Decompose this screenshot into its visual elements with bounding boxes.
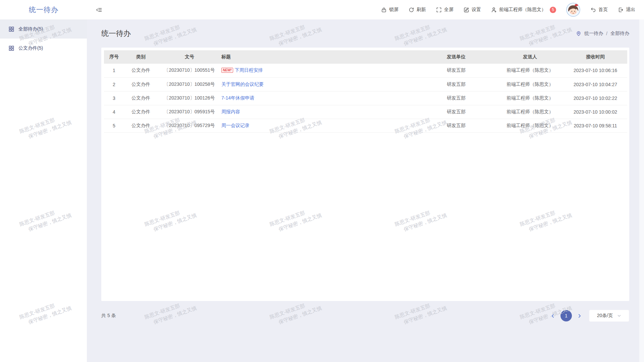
user-icon bbox=[491, 7, 497, 13]
cell-doc-no: 〔20230710〕100551号 bbox=[158, 64, 221, 77]
cell-time: 2023-07-10 10:00:02 bbox=[564, 105, 627, 119]
cell-doc-no: 〔20230710〕095915号 bbox=[158, 105, 221, 119]
col-unit: 发送单位 bbox=[416, 50, 496, 64]
lock-icon bbox=[381, 7, 387, 13]
cell-sender: 前端工程师（陈思文） bbox=[496, 77, 564, 91]
table-row: 5公文办件〔20230710〕095729号周一会议记录研发五部前端工程师（陈思… bbox=[104, 119, 627, 132]
breadcrumb-separator: / bbox=[606, 31, 607, 36]
page-number-active[interactable]: 1 bbox=[560, 310, 572, 321]
refresh-icon bbox=[409, 7, 414, 13]
grid-icon bbox=[9, 46, 14, 51]
sidebar-item-official-docs[interactable]: 公文办件(5) bbox=[0, 39, 87, 58]
table-row: 1公文办件〔20230710〕100551号NEW!下周日程安排研发五部前端工程… bbox=[104, 64, 627, 77]
sidebar-item-label: 公文办件(5) bbox=[18, 45, 43, 51]
refresh-label: 刷新 bbox=[417, 7, 426, 13]
page-size-select[interactable]: 20条/页 bbox=[589, 310, 629, 322]
cell-title: 7-14年休假申请 bbox=[221, 91, 416, 105]
col-doc-no: 文号 bbox=[158, 50, 221, 64]
chevron-left-icon bbox=[551, 314, 555, 318]
doc-title-link[interactable]: 周报内容 bbox=[221, 109, 240, 114]
cell-title: 周报内容 bbox=[221, 105, 416, 119]
table-row: 4公文办件〔20230710〕095915号周报内容研发五部前端工程师（陈思文）… bbox=[104, 105, 627, 119]
col-category: 类别 bbox=[124, 50, 158, 64]
table-row: 3公文办件〔20230710〕100126号7-14年休假申请研发五部前端工程师… bbox=[104, 91, 627, 105]
breadcrumb-root[interactable]: 统一待办 bbox=[584, 31, 603, 37]
logout-label: 退出 bbox=[626, 7, 635, 13]
user-menu[interactable]: 前端工程师（陈思文） 5 bbox=[491, 7, 556, 13]
fullscreen-label: 全屏 bbox=[444, 7, 453, 13]
cell-index: 3 bbox=[104, 91, 124, 105]
cell-time: 2023-07-10 09:58:11 bbox=[564, 119, 627, 132]
cell-sender: 前端工程师（陈思文） bbox=[496, 64, 564, 77]
page-title: 统一待办 bbox=[101, 28, 131, 39]
settings-button[interactable]: 设置 bbox=[464, 7, 481, 13]
cell-index: 5 bbox=[104, 119, 124, 132]
user-name-label: 前端工程师（陈思文） bbox=[499, 7, 546, 13]
doc-title-link[interactable]: 下周日程安排 bbox=[235, 67, 263, 73]
cell-time: 2023-07-10 10:02:22 bbox=[564, 91, 627, 105]
pagination: 1 20条/页 bbox=[551, 310, 629, 322]
fullscreen-icon bbox=[436, 7, 442, 13]
header-actions: 锁屏 刷新 全屏 设置 前端工程师（陈思文） bbox=[381, 3, 644, 17]
fullscreen-button[interactable]: 全屏 bbox=[436, 7, 453, 13]
back-home-icon bbox=[590, 7, 596, 13]
cell-index: 2 bbox=[104, 77, 124, 91]
scrollbar[interactable] bbox=[639, 19, 644, 362]
todo-count-badge: 5 bbox=[550, 7, 556, 13]
cell-category: 公文办件 bbox=[124, 119, 158, 132]
home-button[interactable]: 首页 bbox=[590, 7, 608, 13]
avatar-image bbox=[566, 3, 580, 17]
sidebar: 全部待办(5) 公文办件(5) bbox=[0, 19, 87, 362]
prev-page-button[interactable] bbox=[551, 314, 555, 318]
sidebar-item-all-todo[interactable]: 全部待办(5) bbox=[0, 19, 87, 39]
cell-category: 公文办件 bbox=[124, 105, 158, 119]
cell-unit: 研发五部 bbox=[416, 77, 496, 91]
cell-doc-no: 〔20230710〕095729号 bbox=[158, 119, 221, 132]
cell-category: 公文办件 bbox=[124, 91, 158, 105]
table-footer: 共 5 条 1 20条/页 bbox=[101, 310, 629, 322]
cell-unit: 研发五部 bbox=[416, 64, 496, 77]
home-label: 首页 bbox=[598, 7, 608, 13]
table-card: 序号 类别 文号 标题 发送单位 发送人 接收时间 1公文办件〔20230710… bbox=[101, 48, 629, 301]
lock-screen-button[interactable]: 锁屏 bbox=[381, 7, 398, 13]
cell-time: 2023-07-10 10:04:27 bbox=[564, 77, 627, 91]
breadcrumb: 统一待办 / 全部待办 bbox=[576, 31, 629, 37]
cell-unit: 研发五部 bbox=[416, 105, 496, 119]
table-body: 1公文办件〔20230710〕100551号NEW!下周日程安排研发五部前端工程… bbox=[104, 64, 627, 132]
refresh-button[interactable]: 刷新 bbox=[409, 7, 426, 13]
app-header: 统一待办 锁屏 刷新 全屏 bbox=[0, 0, 644, 19]
next-page-button[interactable] bbox=[577, 314, 582, 318]
doc-title-link[interactable]: 关于官网的会议纪要 bbox=[221, 81, 264, 87]
cell-index: 1 bbox=[104, 64, 124, 77]
cell-doc-no: 〔20230710〕100258号 bbox=[158, 77, 221, 91]
lock-screen-label: 锁屏 bbox=[389, 7, 398, 13]
doc-title-link[interactable]: 周一会议记录 bbox=[221, 123, 250, 128]
chevron-right-icon bbox=[577, 314, 582, 318]
location-pin-icon bbox=[576, 31, 581, 36]
cell-index: 4 bbox=[104, 105, 124, 119]
cell-title: NEW!下周日程安排 bbox=[221, 64, 416, 77]
new-badge: NEW! bbox=[221, 68, 233, 73]
doc-title-link[interactable]: 7-14年休假申请 bbox=[221, 95, 254, 101]
cell-doc-no: 〔20230710〕100126号 bbox=[158, 91, 221, 105]
cell-category: 公文办件 bbox=[124, 77, 158, 91]
breadcrumb-current: 全部待办 bbox=[610, 31, 629, 37]
edit-settings-icon bbox=[464, 7, 469, 13]
cell-category: 公文办件 bbox=[124, 64, 158, 77]
col-title: 标题 bbox=[221, 50, 416, 64]
cell-unit: 研发五部 bbox=[416, 91, 496, 105]
menu-fold-icon bbox=[96, 7, 102, 13]
table-header-row: 序号 类别 文号 标题 发送单位 发送人 接收时间 bbox=[104, 50, 627, 64]
sidebar-item-label: 全部待办(5) bbox=[18, 26, 43, 32]
page-size-value: 20条/页 bbox=[597, 313, 613, 319]
logout-button[interactable]: 退出 bbox=[618, 7, 635, 13]
total-count-label: 共 5 条 bbox=[101, 313, 116, 319]
page-header: 统一待办 统一待办 / 全部待办 bbox=[87, 19, 644, 48]
main-content: 统一待办 统一待办 / 全部待办 序号 类别 文号 标题 发 bbox=[87, 19, 644, 362]
sidebar-collapse-button[interactable] bbox=[96, 7, 102, 13]
chevron-down-icon bbox=[617, 314, 621, 318]
settings-label: 设置 bbox=[472, 7, 481, 13]
col-index: 序号 bbox=[104, 50, 124, 64]
user-avatar[interactable] bbox=[566, 3, 580, 17]
col-sender: 发送人 bbox=[496, 50, 564, 64]
